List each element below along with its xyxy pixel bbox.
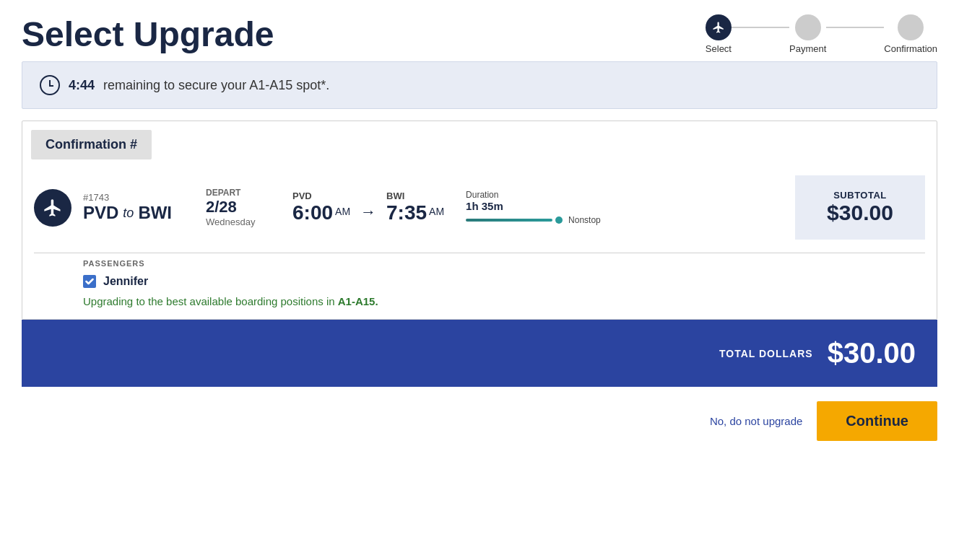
step-payment: Payment xyxy=(789,14,826,54)
route-dot xyxy=(555,216,563,224)
depart-label: DEPART xyxy=(206,188,271,198)
confirmation-header-label: Confirmation # xyxy=(22,121,937,168)
timer-icon xyxy=(40,75,60,95)
page-title: Select Upgrade xyxy=(22,14,274,54)
page-header: Select Upgrade Select Payment Confirmati… xyxy=(0,0,959,61)
depart-day: Wednesday xyxy=(206,216,271,227)
upgrade-positions: A1-A15. xyxy=(338,295,378,307)
passenger-row: Jennifer xyxy=(83,275,925,288)
duration-label: Duration xyxy=(466,190,610,200)
total-value: 30.00 xyxy=(843,337,916,369)
nonstop-bar: Nonstop xyxy=(466,215,610,225)
subtotal-label: SUBTOTAL xyxy=(833,190,887,201)
subtotal-dollar: $ xyxy=(827,201,839,224)
origin-code: PVD xyxy=(83,203,118,223)
depart-ampm: AM xyxy=(335,206,350,217)
origin-airport-code: PVD xyxy=(292,191,350,201)
total-bar: TOTAL DOLLARS $30.00 xyxy=(22,320,937,387)
arrive-ampm: AM xyxy=(429,206,444,217)
flight-number: #1743 xyxy=(83,192,184,203)
flight-route: PVD to BWI xyxy=(83,203,184,223)
upgrade-message: Upgrading to the best available boarding… xyxy=(83,295,925,307)
stepper: Select Payment Confirmation xyxy=(706,14,937,54)
step-payment-circle xyxy=(795,14,821,40)
destination-code: BWI xyxy=(138,203,172,223)
arrive-time: 7:35 xyxy=(386,201,427,224)
arrow-icon: → xyxy=(360,203,376,222)
depart-time: 6:00 xyxy=(292,201,333,224)
duration-time: 1h 35m xyxy=(466,200,610,212)
passengers-label: PASSENGERS xyxy=(83,259,925,268)
timer-message: remaining to secure your A1-A15 spot*. xyxy=(103,78,329,93)
main-card: Confirmation # #1743 PVD to BWI DEPART 2… xyxy=(22,121,937,320)
checkmark-icon xyxy=(85,277,94,286)
no-upgrade-link[interactable]: No, do not upgrade xyxy=(710,415,802,427)
duration-section: Duration 1h 35m Nonstop xyxy=(466,190,610,225)
flight-icon xyxy=(34,189,71,227)
dest-time: BWI 7:35 AM xyxy=(386,191,444,224)
step-select: Select xyxy=(706,14,732,54)
origin-time: PVD 6:00 AM xyxy=(292,191,350,224)
step-select-circle xyxy=(706,14,732,40)
depart-time-display: 6:00 AM xyxy=(292,201,350,224)
actions-row: No, do not upgrade Continue xyxy=(0,387,959,455)
subtotal-amount: $30.00 xyxy=(827,201,893,225)
timer-time: 4:44 xyxy=(69,78,95,93)
total-label: TOTAL DOLLARS xyxy=(719,348,813,359)
plane-icon xyxy=(43,198,63,218)
arrive-time-display: 7:35 AM xyxy=(386,201,444,224)
passenger-checkbox[interactable] xyxy=(83,275,96,288)
depart-date: 2/28 xyxy=(206,198,271,216)
confirmation-label: Confirmation # xyxy=(31,130,152,159)
dest-airport-code: BWI xyxy=(386,191,444,201)
nonstop-label: Nonstop xyxy=(568,215,601,225)
connector-2 xyxy=(826,27,884,28)
timer-banner: 4:44 remaining to secure your A1-A15 spo… xyxy=(22,61,937,109)
step-confirmation-label: Confirmation xyxy=(884,43,937,54)
total-dollar: $ xyxy=(828,337,843,369)
total-amount: $30.00 xyxy=(828,337,916,369)
step-payment-label: Payment xyxy=(789,43,826,54)
flight-row: #1743 PVD to BWI DEPART 2/28 Wednesday P… xyxy=(22,168,937,247)
route-bar xyxy=(466,219,552,222)
route-to: to xyxy=(123,206,134,221)
connector-1 xyxy=(732,27,789,28)
upgrade-message-prefix: Upgrading to the best available boarding… xyxy=(83,295,338,307)
passenger-name: Jennifer xyxy=(103,275,148,288)
step-confirmation: Confirmation xyxy=(884,14,937,54)
depart-section: DEPART 2/28 Wednesday xyxy=(206,188,271,227)
subtotal-box: SUBTOTAL $30.00 xyxy=(795,175,925,240)
time-section: PVD 6:00 AM → BWI 7:35 AM xyxy=(292,191,444,224)
passengers-section: PASSENGERS Jennifer Upgrading to the bes… xyxy=(22,259,937,319)
flight-info: #1743 PVD to BWI xyxy=(83,192,184,223)
divider xyxy=(34,253,925,253)
subtotal-value: 30.00 xyxy=(839,201,893,224)
step-confirmation-circle xyxy=(898,14,924,40)
step-select-label: Select xyxy=(706,43,732,54)
continue-button[interactable]: Continue xyxy=(817,401,937,441)
